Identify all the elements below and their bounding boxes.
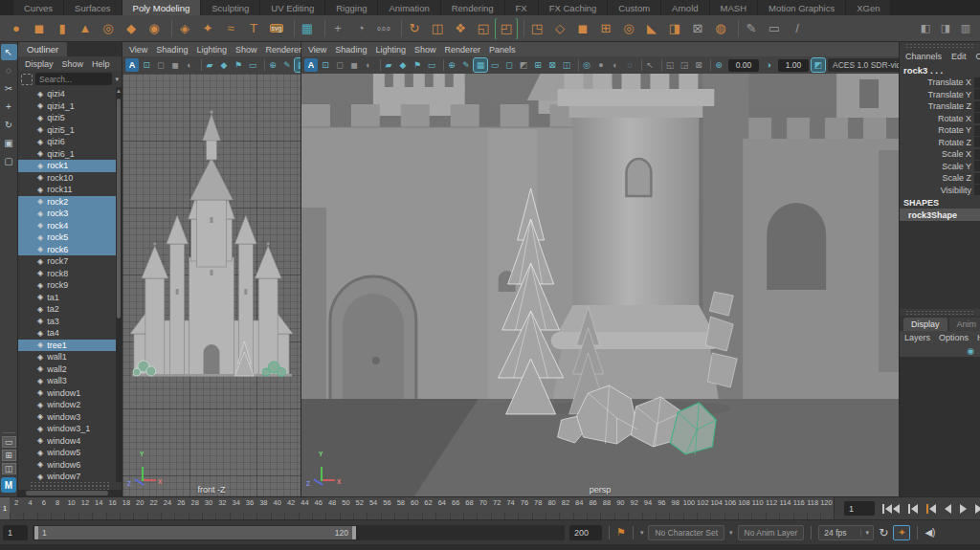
paint-select-tool-icon[interactable]: ✂ (1, 80, 17, 97)
sweep-mesh-icon[interactable]: ≈ (220, 18, 241, 39)
pivot-tool-icon[interactable]: + (327, 18, 348, 39)
vp-separator[interactable] (260, 59, 265, 71)
play-backwards-button[interactable] (945, 504, 951, 514)
wireframe-on-shaded-icon[interactable]: ◲ (678, 58, 691, 72)
viewport-front-canvas[interactable]: Y X Z front -Z (122, 74, 301, 496)
camera-bookmark-icon[interactable]: ⚑ (411, 58, 424, 72)
zero-transform-icon[interactable]: 0,0,0 (373, 18, 394, 39)
channel-value-field[interactable] (974, 185, 980, 195)
go-to-start-button[interactable] (882, 504, 900, 514)
list-item[interactable]: ◈ ta2 (18, 303, 122, 316)
list-item[interactable]: ◈ tree1 (18, 340, 122, 352)
select-tool-icon[interactable]: ↖ (1, 44, 17, 60)
camera-settings-icon[interactable]: ◆ (396, 58, 410, 72)
image-plane-icon[interactable]: ▭ (246, 58, 259, 72)
viewport-menu[interactable]: Show (235, 45, 257, 55)
channel-value-field[interactable] (974, 125, 980, 136)
layer-list-area[interactable] (900, 357, 980, 496)
shelf-tab-xgen[interactable]: XGen (846, 0, 891, 15)
bookmark-icon[interactable]: ⚑ (616, 526, 626, 539)
vp-separator[interactable] (574, 59, 579, 71)
shelf-tab-sculpting[interactable]: Sculpting (201, 0, 260, 15)
list-item[interactable]: ◈ window6 (18, 459, 122, 472)
poly-plane-icon[interactable]: ◆ (121, 18, 142, 39)
list-item[interactable]: ◈ qizi4 (18, 88, 122, 100)
filter-icon[interactable] (21, 74, 33, 85)
channel-row[interactable]: Rotate Z (900, 137, 980, 149)
list-item[interactable]: ◈ window5 (18, 447, 122, 459)
shelf-tab-uv-editing[interactable]: UV Editing (260, 0, 325, 15)
anti-alias-toggle-icon[interactable]: A (125, 58, 139, 72)
shelf-tab-surfaces[interactable]: Surfaces (64, 0, 122, 15)
layout-split-icon[interactable]: ◫ (2, 463, 16, 474)
viewport-menu[interactable]: Panels (489, 45, 516, 55)
list-item[interactable]: ◈ rock1 (18, 160, 122, 172)
channel-row[interactable]: Visibility (900, 185, 980, 197)
animation-start-field[interactable]: 1 (3, 525, 28, 540)
channel-value-field[interactable] (974, 161, 980, 171)
field-chart-icon[interactable]: ⊞ (531, 58, 545, 72)
grease-pencil-icon[interactable]: ✎ (280, 58, 294, 72)
wheel-icon[interactable]: ◎ (618, 18, 639, 39)
toggle-channelbox-icon[interactable]: ◨ (937, 20, 954, 37)
grid-toggle-icon[interactable]: ▦ (474, 58, 487, 72)
shelf-separator[interactable] (167, 20, 172, 37)
list-item[interactable]: ◈ qizi5_1 (18, 124, 122, 137)
camera-settings-icon[interactable]: ◆ (217, 58, 231, 72)
quad-patch-icon[interactable]: ❖ (450, 18, 471, 39)
poly-disc-icon[interactable]: ◉ (144, 18, 165, 39)
channelbox-menu-edit[interactable]: Edit (951, 52, 967, 61)
channel-value-field[interactable] (974, 101, 980, 112)
playback-loop-icon[interactable]: ↻ (879, 526, 888, 539)
list-item[interactable]: ◈ ta3 (18, 316, 122, 328)
pan-zoom-icon[interactable]: ⊕ (445, 58, 458, 72)
marquee-tool-icon[interactable]: ▢ (1, 153, 17, 169)
channel-value-field[interactable] (974, 149, 980, 160)
shelf-tab-arnold[interactable]: Arnold (661, 0, 709, 15)
playback-range[interactable]: 1 120 (34, 526, 356, 539)
shelf-tab-animation[interactable]: Animation (378, 0, 440, 15)
ao-icon[interactable]: ◌ (623, 58, 636, 72)
smooth-icon[interactable]: ◍ (710, 18, 731, 39)
shelf-tab-poly-modeling[interactable]: Poly Modeling (122, 0, 202, 15)
shelf-separator[interactable] (396, 20, 402, 37)
outliner-vscrollbar[interactable] (116, 87, 122, 482)
textured-mode-icon[interactable]: ◐ (362, 58, 375, 72)
pan-zoom-icon[interactable]: ⊕ (266, 58, 279, 72)
anim-layer-select[interactable]: No Anim Layer (738, 525, 805, 540)
shaded-mode-icon[interactable]: ◼ (168, 58, 182, 72)
svg-tool-icon[interactable]: svg (266, 18, 287, 39)
grid-toggle-icon[interactable]: ▦ (295, 58, 301, 72)
list-item[interactable]: ◈ window3_1 (18, 423, 122, 435)
rotate-tool-icon[interactable]: ↻ (1, 117, 17, 133)
camera-icon[interactable]: ▰ (203, 58, 216, 72)
time-slider[interactable]: 1 24681012141618202224262830323436384042… (0, 497, 835, 519)
poly-cone-icon[interactable]: ▲ (75, 18, 96, 39)
poly-torus-icon[interactable]: ◎ (98, 18, 119, 39)
viewport-persp-canvas[interactable]: Y X Z persp (301, 74, 899, 496)
outliner-menu-help[interactable]: Help (92, 59, 110, 69)
list-item[interactable]: ◈ rock10 (18, 172, 122, 185)
gate-mask-icon[interactable]: ◩ (517, 58, 530, 72)
default-light-icon[interactable]: ◎ (580, 58, 593, 72)
bevel-icon[interactable]: ◇ (549, 18, 570, 39)
channel-row[interactable]: Scale Z (900, 172, 980, 185)
move-tool-icon[interactable]: + (1, 99, 17, 115)
channel-row[interactable]: Scale X (900, 148, 980, 161)
wireframe-mode-icon[interactable]: ◻ (333, 58, 346, 72)
range-end-handle[interactable] (352, 526, 356, 539)
step-back-frame-button[interactable] (926, 504, 936, 514)
frame-selection-icon[interactable]: ⊡ (319, 58, 332, 72)
channel-row[interactable]: Translate Z (900, 100, 980, 113)
range-slider-track[interactable]: 1 120 (33, 525, 565, 540)
vp-separator[interactable] (657, 59, 662, 71)
outliner-menu-show[interactable]: Show (62, 59, 84, 69)
lasso-tool-icon[interactable]: ◌ (1, 62, 17, 78)
list-item[interactable]: ◈ rock5 (18, 231, 122, 244)
list-item[interactable]: ◈ wall3 (18, 375, 122, 387)
animation-end-field[interactable]: 200 (569, 525, 602, 540)
layer-menu-layers[interactable]: Layers (904, 333, 930, 342)
shelf-tab-custom[interactable]: Custom (608, 0, 661, 15)
ui-window-icon[interactable]: ▦ (297, 18, 318, 39)
layer-visibility-icon[interactable]: ◉ (967, 346, 974, 356)
